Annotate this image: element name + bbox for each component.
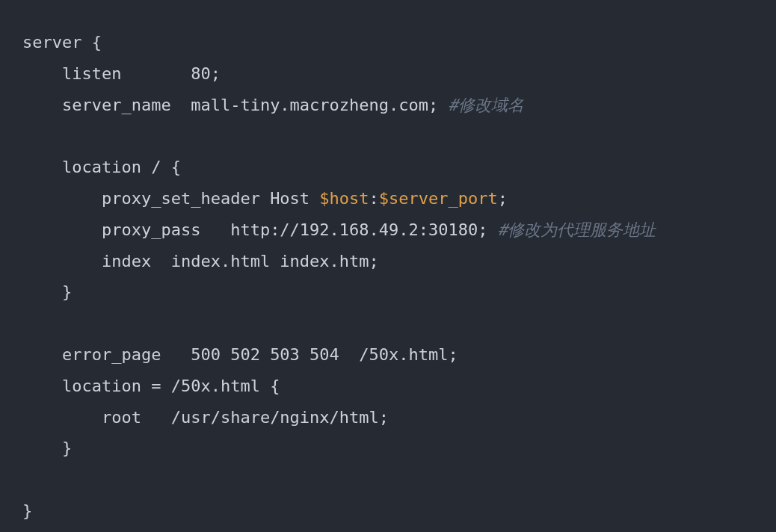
variable-server-port: $server_port: [379, 189, 498, 208]
nginx-config-block: server { listen 80; server_name mall-tin…: [22, 27, 754, 527]
code-line: server {: [22, 33, 102, 52]
code-line: error_page 500 502 503 504 /50x.html;: [22, 345, 458, 364]
code-line: }: [22, 439, 72, 457]
code-line: server_name mall-tiny.macrozheng.com; #修…: [22, 96, 524, 114]
code-line: root /usr/share/nginx/html;: [22, 408, 389, 427]
code-line: proxy_set_header Host $host:$server_port…: [22, 189, 508, 208]
comment-text: #修改为代理服务地址: [498, 220, 656, 239]
code-line: proxy_pass http://192.168.49.2:30180; #修…: [22, 220, 656, 239]
code-line: location / {: [22, 158, 181, 176]
variable-host: $host: [319, 189, 369, 208]
code-line: }: [22, 501, 32, 520]
code-line: }: [22, 282, 72, 301]
code-line: location = /50x.html {: [22, 377, 280, 395]
code-line: index index.html index.htm;: [22, 252, 379, 270]
comment-text: #修改域名: [449, 96, 524, 114]
code-line: listen 80;: [22, 64, 221, 83]
